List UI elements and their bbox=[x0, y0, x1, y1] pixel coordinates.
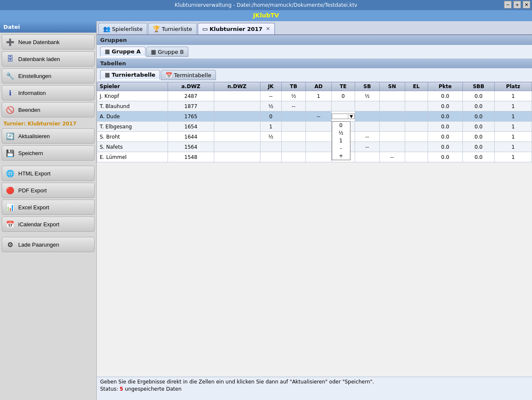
dropdown-option[interactable]: ½ bbox=[332, 129, 350, 137]
cell-ndwz-2[interactable] bbox=[214, 111, 260, 122]
cell-sn-5[interactable] bbox=[379, 142, 405, 152]
cell-sbb-3[interactable]: 0.0 bbox=[462, 122, 494, 132]
datenbank-laden-button[interactable]: 🗄 Datenbank laden bbox=[2, 51, 95, 67]
cell-tb-1[interactable]: -- bbox=[281, 101, 305, 111]
cell-sbb-1[interactable]: 0.0 bbox=[462, 101, 494, 111]
cell-sn-2[interactable] bbox=[379, 111, 405, 122]
cell-sb-2[interactable] bbox=[355, 111, 379, 122]
minimize-button[interactable]: − bbox=[504, 1, 512, 8]
tab-close-icon[interactable]: ✕ bbox=[266, 26, 270, 32]
html-export-button[interactable]: 🌐 HTML Export bbox=[2, 166, 95, 181]
cell-spieler-2[interactable]: A. Dude bbox=[97, 111, 168, 122]
cell-te-1[interactable] bbox=[331, 101, 355, 111]
cell-adwz-4[interactable]: 1644 bbox=[168, 132, 214, 142]
cell-el-2[interactable] bbox=[405, 111, 428, 122]
cell-jk-5[interactable] bbox=[260, 142, 281, 152]
cell-el-4[interactable] bbox=[405, 132, 428, 142]
cell-sn-0[interactable] bbox=[379, 91, 405, 101]
cell-sbb-0[interactable]: 0.0 bbox=[462, 91, 494, 101]
cell-spieler-1[interactable]: T. Blauhund bbox=[97, 101, 168, 111]
cell-ad-0[interactable]: 1 bbox=[306, 91, 332, 101]
einstellungen-button[interactable]: 🔧 Einstellungen bbox=[2, 68, 95, 83]
excel-export-button[interactable]: 📊 Excel Export bbox=[2, 200, 95, 215]
cell-adwz-3[interactable]: 1654 bbox=[168, 122, 214, 132]
cell-adwz-1[interactable]: 1877 bbox=[168, 101, 214, 111]
beenden-button[interactable]: 🚫 Beenden bbox=[2, 102, 95, 117]
tab-turniertabelle[interactable]: ▦ Turniertabelle bbox=[100, 70, 160, 80]
cell-platz-1[interactable]: 1 bbox=[494, 101, 532, 111]
cell-pkte-3[interactable]: 0.0 bbox=[428, 122, 462, 132]
cell-ndwz-1[interactable] bbox=[214, 101, 260, 111]
cell-pkte-5[interactable]: 0.0 bbox=[428, 142, 462, 152]
dropdown-option[interactable]: - bbox=[332, 144, 350, 152]
cell-sbb-4[interactable]: 0.0 bbox=[462, 132, 494, 142]
cell-jk-3[interactable]: 1 bbox=[260, 122, 281, 132]
cell-adwz-5[interactable]: 1564 bbox=[168, 142, 214, 152]
cell-el-3[interactable] bbox=[405, 122, 428, 132]
cell-spieler-4[interactable]: S. Broht bbox=[97, 132, 168, 142]
cell-ndwz-5[interactable] bbox=[214, 142, 260, 152]
cell-platz-2[interactable]: 1 bbox=[494, 111, 532, 122]
cell-spieler-0[interactable]: J. Knopf bbox=[97, 91, 168, 101]
cell-jk-1[interactable]: ½ bbox=[260, 101, 281, 111]
cell-platz-4[interactable]: 1 bbox=[494, 132, 532, 142]
cell-sb-4[interactable]: -- bbox=[355, 132, 379, 142]
cell-sb-6[interactable] bbox=[355, 152, 379, 162]
cell-jk-4[interactable]: ½ bbox=[260, 132, 281, 142]
cell-sbb-2[interactable]: 0.0 bbox=[462, 111, 494, 122]
cell-sb-0[interactable]: ½ bbox=[355, 91, 379, 101]
cell-sb-3[interactable] bbox=[355, 122, 379, 132]
cell-platz-3[interactable]: 1 bbox=[494, 122, 532, 132]
lade-paarungen-button[interactable]: ⚙ Lade Paarungen bbox=[2, 237, 95, 252]
cell-tb-3[interactable] bbox=[281, 122, 305, 132]
cell-spieler-3[interactable]: T. Elbgesang bbox=[97, 122, 168, 132]
dropdown-option[interactable]: + bbox=[332, 152, 350, 160]
cell-sn-6[interactable]: -- bbox=[379, 152, 405, 162]
cell-platz-0[interactable]: 1 bbox=[494, 91, 532, 101]
cell-el-5[interactable] bbox=[405, 142, 428, 152]
maximize-button[interactable]: + bbox=[513, 1, 521, 8]
cell-sbb-5[interactable]: 0.0 bbox=[462, 142, 494, 152]
speichern-button[interactable]: 💾 Speichern bbox=[2, 145, 95, 161]
cell-ndwz-3[interactable] bbox=[214, 122, 260, 132]
cell-adwz-2[interactable]: 1765 bbox=[168, 111, 214, 122]
cell-ad-2[interactable]: -- bbox=[306, 111, 332, 122]
cell-tb-5[interactable] bbox=[281, 142, 305, 152]
cell-platz-5[interactable]: 1 bbox=[494, 142, 532, 152]
cell-ndwz-0[interactable] bbox=[214, 91, 260, 101]
tab-klubturnier[interactable]: ▭ Klubturnier 2017 ✕ bbox=[198, 23, 275, 34]
cell-ad-6[interactable] bbox=[306, 152, 332, 162]
cell-pkte-4[interactable]: 0.0 bbox=[428, 132, 462, 142]
cell-jk-6[interactable] bbox=[260, 152, 281, 162]
cell-el-6[interactable] bbox=[405, 152, 428, 162]
cell-spieler-6[interactable]: E. Lümmel bbox=[97, 152, 168, 162]
tab-turnierliste[interactable]: 🏆 Turnierliste bbox=[148, 23, 197, 34]
neue-datenbank-button[interactable]: ➕ Neue Datenbank bbox=[2, 34, 95, 50]
cell-tb-2[interactable] bbox=[281, 111, 305, 122]
cell-tb-6[interactable] bbox=[281, 152, 305, 162]
cell-ad-5[interactable] bbox=[306, 142, 332, 152]
cell-jk-2[interactable]: 0 bbox=[260, 111, 281, 122]
cell-spieler-5[interactable]: S. Nafets bbox=[97, 142, 168, 152]
cell-pkte-2[interactable]: 0.0 bbox=[428, 111, 462, 122]
dropdown-option[interactable]: 0 bbox=[332, 122, 350, 129]
cell-ndwz-4[interactable] bbox=[214, 132, 260, 142]
pdf-export-button[interactable]: 🔴 PDF Export bbox=[2, 183, 95, 198]
cell-ad-4[interactable] bbox=[306, 132, 332, 142]
cell-adwz-0[interactable]: 2487 bbox=[168, 91, 214, 101]
cell-sb-5[interactable]: -- bbox=[355, 142, 379, 152]
tab-termintabelle[interactable]: 📅 Termintabelle bbox=[161, 70, 216, 80]
cell-tb-0[interactable]: ½ bbox=[281, 91, 305, 101]
cell-jk-0[interactable]: -- bbox=[260, 91, 281, 101]
cell-pkte-6[interactable]: 0.0 bbox=[428, 152, 462, 162]
aktualisieren-button[interactable]: 🔄 Aktualisieren bbox=[2, 128, 95, 144]
information-button[interactable]: ℹ Information bbox=[2, 85, 95, 100]
tab-spielerliste[interactable]: 👥 Spielerliste bbox=[98, 23, 147, 34]
cell-ndwz-6[interactable] bbox=[214, 152, 260, 162]
cell-el-0[interactable] bbox=[405, 91, 428, 101]
cell-te-2[interactable]: ▼0½1-+ bbox=[331, 111, 355, 122]
cell-tb-4[interactable] bbox=[281, 132, 305, 142]
cell-sn-4[interactable] bbox=[379, 132, 405, 142]
cell-te-0[interactable]: 0 bbox=[331, 91, 355, 101]
cell-ad-1[interactable] bbox=[306, 101, 332, 111]
